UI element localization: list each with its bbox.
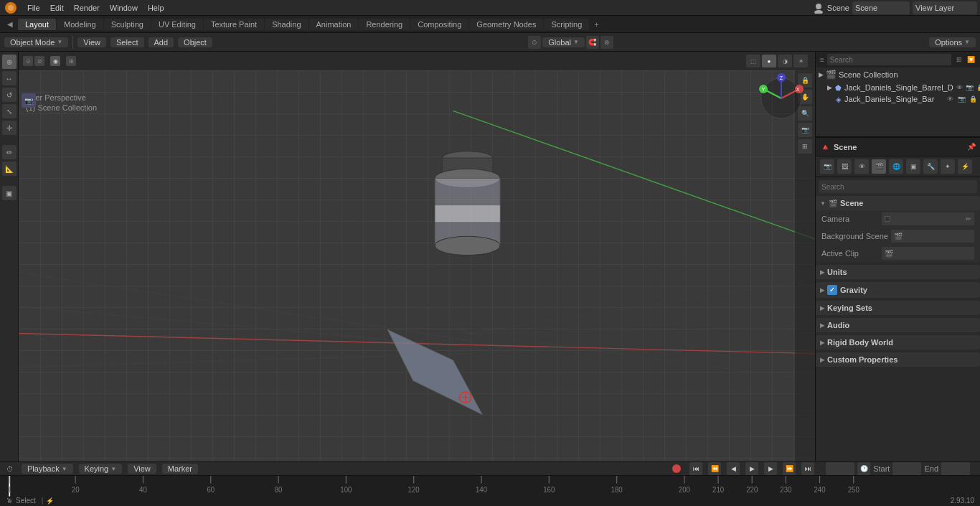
props-units-header[interactable]: ▶ Units <box>816 265 980 279</box>
frame-clock-icon[interactable]: 🕐 <box>857 462 870 475</box>
add-menu[interactable]: Add <box>149 37 174 47</box>
outliner-action-icon-2[interactable]: 🔽 <box>966 55 976 65</box>
timeline-view-menu[interactable]: View <box>128 464 156 474</box>
outliner-lock-0[interactable]: 🔒 <box>976 83 980 92</box>
props-tab-view[interactable]: 👁 <box>854 159 869 174</box>
props-tab-world[interactable]: 🌐 <box>889 159 903 174</box>
tab-texture-paint[interactable]: Texture Paint <box>204 19 264 30</box>
props-tab-modifier[interactable]: 🔧 <box>923 159 938 174</box>
material-preview-shading[interactable]: ◑ <box>778 55 792 67</box>
next-frame-btn[interactable]: ⏩ <box>783 462 796 475</box>
props-keying-header[interactable]: ▶ Keying Sets <box>816 301 980 315</box>
outliner-eye-1[interactable]: 👁 <box>946 95 954 103</box>
tab-sculpting[interactable]: Sculpting <box>104 19 151 30</box>
tab-geometry-nodes[interactable]: Geometry Nodes <box>469 19 543 30</box>
props-tab-object[interactable]: ▣ <box>906 159 920 174</box>
props-tab-output[interactable]: 🖼 <box>837 159 852 174</box>
menu-render[interactable]: Render <box>70 3 104 13</box>
menu-help[interactable]: Help <box>143 3 169 13</box>
playback-menu[interactable]: Playback ▼ <box>22 464 73 474</box>
camera-value[interactable]: ✏ <box>882 212 974 225</box>
scene-props-pin[interactable]: 📌 <box>967 143 976 151</box>
object-menu[interactable]: Object <box>178 37 212 47</box>
next-keyframe-btn[interactable]: ▶ <box>764 462 777 475</box>
props-rigid-body-header[interactable]: ▶ Rigid Body World <box>816 335 980 350</box>
tab-layout[interactable]: Layout <box>18 19 56 30</box>
outliner-lock-1[interactable]: 🔒 <box>969 95 977 103</box>
measure-tool[interactable]: 📐 <box>2 161 17 176</box>
menu-file[interactable]: File <box>23 3 44 13</box>
keying-menu[interactable]: Keying ▼ <box>79 464 123 474</box>
start-frame-input[interactable]: 1 <box>892 462 921 475</box>
outliner-item-0[interactable]: ▶ ⬟ Jack_Daniels_Single_Barrel_D 👁 📷 🔒 <box>816 82 980 93</box>
tab-scripting[interactable]: Scripting <box>544 19 589 30</box>
props-tab-physics[interactable]: ⚡ <box>958 159 972 174</box>
outliner-cam-0[interactable]: 📷 <box>966 83 974 92</box>
viewport-gizmo-btn[interactable]: ⊞ <box>66 56 76 66</box>
props-tab-scene[interactable]: 🎬 <box>872 159 886 174</box>
options-btn[interactable]: Options ▼ <box>929 37 976 47</box>
viewport-cam-btn[interactable]: 📷 <box>798 123 812 137</box>
props-scene-section-header[interactable]: ▼ 🎬 Scene <box>816 196 980 210</box>
jump-end-btn[interactable]: ⏭ <box>801 462 814 475</box>
timeline-track[interactable]: 1 20 40 60 80 100 120 140 160 180 <box>4 476 958 497</box>
prev-frame-btn[interactable]: ⏪ <box>708 462 721 475</box>
ws-icon-btn[interactable]: ◀ <box>3 17 17 32</box>
outliner-item-1[interactable]: ◈ Jack_Daniels_Single_Bar 👁 📷 🔒 <box>816 93 980 105</box>
mode-select[interactable]: Object Mode ▼ <box>4 37 68 47</box>
transform-tool[interactable]: ✛ <box>2 121 17 135</box>
menu-window[interactable]: Window <box>105 3 142 13</box>
transform-origin-btn[interactable]: ⊙ <box>528 36 541 49</box>
viewport-shading-dots[interactable]: ⊙ ⊘ <box>23 56 44 66</box>
wireframe-shading[interactable]: ⬚ <box>746 55 760 67</box>
outliner-eye-0[interactable]: 👁 <box>956 83 963 92</box>
background-scene-value[interactable]: 🎬 <box>891 230 974 243</box>
annotate-tool[interactable]: ✏ <box>2 145 17 159</box>
rendered-shading[interactable]: ☀ <box>793 55 808 67</box>
cursor-tool[interactable]: ⊕ <box>2 55 17 69</box>
viewport-gizmo[interactable]: X Y Z <box>756 73 806 123</box>
tab-add[interactable]: + <box>590 19 603 30</box>
tab-shading[interactable]: Shading <box>265 19 308 30</box>
props-search-input[interactable] <box>819 180 977 193</box>
play-btn[interactable]: ▶ <box>745 462 758 475</box>
outliner-search[interactable] <box>827 54 951 65</box>
rotate-tool[interactable]: ↺ <box>2 88 17 102</box>
marker-menu[interactable]: Marker <box>162 464 198 474</box>
scene-selector[interactable]: Scene <box>852 1 910 14</box>
record-btn[interactable] <box>672 464 681 473</box>
transform-select[interactable]: Global ▼ <box>542 37 585 47</box>
view-menu[interactable]: View <box>77 37 106 47</box>
tab-rendering[interactable]: Rendering <box>359 19 410 30</box>
view-layer-selector[interactable]: View Layer <box>913 1 977 14</box>
props-tab-particles[interactable]: ✦ <box>941 159 955 174</box>
end-frame-input[interactable]: 250 <box>941 462 970 475</box>
jump-start-btn[interactable]: ⏮ <box>689 462 702 475</box>
viewport-3d[interactable]: ⊙ ⊘ ◉ ⊞ ⬚ ● ◑ ☀ <box>19 52 815 462</box>
scale-tool[interactable]: ⤡ <box>2 104 17 118</box>
add-cube-tool[interactable]: ▣ <box>2 186 17 200</box>
props-audio-header[interactable]: ▶ Audio <box>816 318 980 332</box>
tab-modeling[interactable]: Modeling <box>57 19 103 30</box>
outliner-scene-collection[interactable]: ▶ 🎬 Scene Collection <box>816 67 980 82</box>
tab-uv-editing[interactable]: UV Editing <box>151 19 203 30</box>
snap-btn[interactable]: 🧲 <box>586 36 599 49</box>
camera-value-edit[interactable]: ✏ <box>966 215 971 222</box>
props-tab-render[interactable]: 📷 <box>820 159 834 174</box>
viewport-overlays-btn[interactable]: ◉ <box>50 56 60 66</box>
outliner-cam-1[interactable]: 📷 <box>957 95 966 103</box>
select-menu[interactable]: Select <box>110 37 144 47</box>
outliner-action-icon-1[interactable]: ⊞ <box>954 55 964 65</box>
tab-animation[interactable]: Animation <box>309 19 359 30</box>
props-gravity-header[interactable]: ▶ ✓ Gravity <box>816 282 980 298</box>
tab-compositing[interactable]: Compositing <box>410 19 468 30</box>
active-clip-value[interactable]: 🎬 <box>882 247 974 260</box>
solid-shading[interactable]: ● <box>762 55 776 67</box>
props-custom-header[interactable]: ▶ Custom Properties <box>816 352 980 367</box>
proportional-edit-btn[interactable]: ⊗ <box>600 36 613 49</box>
move-tool[interactable]: ↔ <box>2 71 17 85</box>
menu-edit[interactable]: Edit <box>46 3 68 13</box>
current-frame-input[interactable]: 1 <box>826 462 854 475</box>
gravity-checkbox[interactable]: ✓ <box>827 285 837 295</box>
viewport-layers-btn[interactable]: ⊞ <box>798 139 812 154</box>
